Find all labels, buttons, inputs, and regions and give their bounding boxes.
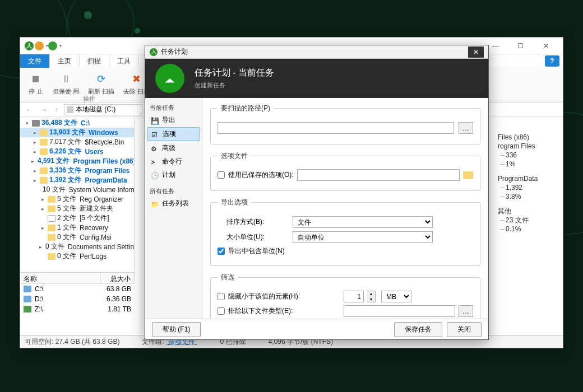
- drive-row[interactable]: C:\63.8 GB: [20, 284, 135, 294]
- address-bar[interactable]: 本地磁盘 (C:): [64, 104, 142, 115]
- tab-scan[interactable]: 扫描: [80, 54, 109, 68]
- saved-options-input: [297, 169, 460, 181]
- use-saved-options-checkbox[interactable]: [218, 171, 225, 179]
- status-space: 可用空间: 27.4 GB (共 63.8 GB): [25, 337, 119, 347]
- tab-file[interactable]: 文件: [20, 54, 50, 68]
- dialog-titlebar: 人 任务计划 ✕: [145, 45, 488, 59]
- close-button[interactable]: ✕: [533, 38, 558, 54]
- tab-tools[interactable]: 工具: [109, 54, 139, 68]
- tree-row[interactable]: 0 文件Config.Msi: [20, 232, 134, 242]
- fieldset-option-file: 选项文件 使用已保存的选项(O):: [210, 151, 480, 191]
- tree-row[interactable]: ▸1 文件Recovery: [20, 223, 134, 232]
- browse-path-button[interactable]: …: [459, 122, 473, 134]
- sidebar-item[interactable]: ☑选项: [147, 127, 200, 141]
- tree-row[interactable]: ▾36,488 文件C:\: [20, 118, 134, 128]
- nav-fwd[interactable]: →: [38, 106, 49, 114]
- dialog-icon: 人: [150, 48, 158, 56]
- tree-row[interactable]: ▸4,591 文件Program Files (x86): [20, 156, 134, 166]
- unit-select[interactable]: 自动单位: [293, 231, 433, 243]
- exclude-browse-button[interactable]: …: [459, 305, 473, 317]
- tree-row[interactable]: ▸13,903 文件Windows: [20, 128, 134, 137]
- tree-row[interactable]: ▸6,226 文件Users: [20, 147, 134, 156]
- col-name[interactable]: 名称: [20, 273, 101, 283]
- include-unit-checkbox[interactable]: [218, 248, 225, 255]
- tree-row[interactable]: 0 文件PerfLogs: [20, 251, 134, 261]
- save-task-button[interactable]: 保存任务: [394, 322, 442, 337]
- tab-home[interactable]: 主页: [50, 54, 80, 68]
- tree-row[interactable]: ▸7,017 文件$Recycle.Bin: [20, 137, 134, 147]
- help-button[interactable]: ?: [545, 55, 559, 67]
- dialog-footer: 帮助 (F1) 保存任务 关闭: [145, 319, 488, 340]
- fieldset-export: 导出选项 排序方式(B): 文件 大小单位(U): 自动单位 导出中包含单位(N…: [210, 198, 480, 266]
- tool-stop[interactable]: ⏹停 止: [24, 70, 48, 96]
- scan-path-input[interactable]: [218, 122, 454, 134]
- app-icon: 人: [25, 41, 34, 50]
- treemap-legend: Files (x86)rogram Files3361%ProgramData1…: [498, 133, 559, 234]
- dialog-close-button[interactable]: ✕: [468, 46, 484, 58]
- drive-icon: [67, 106, 73, 113]
- nav-up[interactable]: ↑: [53, 106, 61, 114]
- sidebar-item[interactable]: ⚙高级: [147, 142, 200, 155]
- titlebar-icon-2[interactable]: [35, 41, 44, 50]
- spin-down[interactable]: ▼: [367, 297, 375, 302]
- nav-back[interactable]: ←: [24, 106, 35, 114]
- hide-unit-select[interactable]: MB: [381, 291, 411, 302]
- hide-smaller-checkbox[interactable]: [218, 293, 225, 300]
- app-logo: [155, 64, 184, 93]
- dialog-sidebar: 当前任务 💾导出☑选项⚙高级>命令行🕒计划 所有任务 📁任务列表: [145, 98, 202, 319]
- folder-tree[interactable]: ▾36,488 文件C:\▸13,903 文件Windows▸7,017 文件$…: [20, 117, 135, 296]
- create-new-task-link[interactable]: 创建新任务: [195, 82, 225, 88]
- dialog-header-title: 任务计划 - 当前任务: [195, 67, 274, 79]
- tree-row[interactable]: ▸1,392 文件ProgramData: [20, 175, 134, 185]
- drive-list: 名称 总大小 C:\63.8 GBD:\6.36 GBZ:\1.81 TB: [20, 272, 135, 328]
- sort-select[interactable]: 文件: [293, 216, 433, 228]
- sidebar-item[interactable]: 🕒计划: [147, 169, 200, 181]
- fieldset-scan-path: 要扫描的路径(P) …: [210, 104, 480, 144]
- tree-row[interactable]: ▸0 文件Documents and Settings: [20, 242, 134, 251]
- drive-row[interactable]: D:\6.36 GB: [20, 294, 135, 304]
- tree-row[interactable]: 10 文件System Volume Information: [20, 185, 134, 194]
- toolbar-group-label: 操作: [83, 95, 95, 103]
- dialog-header: 任务计划 - 当前任务 创建新任务: [145, 59, 488, 98]
- titlebar-icon-3[interactable]: [48, 41, 57, 50]
- tool-guarantee[interactable]: ⏸担保使 用: [48, 70, 84, 96]
- browse-options-button[interactable]: [463, 171, 473, 179]
- spin-up[interactable]: ▲: [367, 291, 375, 297]
- sidebar-item[interactable]: >命令行: [147, 155, 200, 168]
- sidebar-item[interactable]: 📁任务列表: [147, 197, 200, 210]
- col-size[interactable]: 总大小: [101, 273, 135, 283]
- help-button[interactable]: 帮助 (F1): [152, 322, 201, 337]
- exclude-types-checkbox[interactable]: [218, 307, 225, 315]
- tree-row[interactable]: ▸3,336 文件Program Files: [20, 166, 134, 175]
- sidebar-item[interactable]: 💾导出: [147, 114, 200, 127]
- fieldset-filter: 筛选 隐藏小于该值的元素(H): ▲▼ MB 排除以下文件类型(E): … 只包: [210, 273, 480, 319]
- drive-row[interactable]: Z:\1.81 TB: [20, 304, 135, 314]
- maximize-button[interactable]: ☐: [508, 38, 533, 54]
- tree-row[interactable]: 2 文件[5 个文件]: [20, 213, 134, 223]
- dialog-title: 任务计划: [161, 47, 188, 57]
- dialog-main: 要扫描的路径(P) … 选项文件 使用已保存的选项(O): 导出选项 排序: [202, 98, 488, 319]
- tree-row[interactable]: ▸5 文件新建文件夹: [20, 204, 134, 213]
- tree-row[interactable]: ▸5 文件Reg Organizer: [20, 194, 134, 204]
- hide-value-input[interactable]: [344, 291, 364, 302]
- close-dialog-button[interactable]: 关闭: [447, 322, 482, 337]
- tool-refresh[interactable]: ⟳刷新 扫描: [84, 70, 119, 96]
- task-dialog: 人 任务计划 ✕ 任务计划 - 当前任务 创建新任务 当前任务 💾导出☑选项⚙高…: [145, 45, 489, 340]
- exclude-types-input[interactable]: [344, 305, 455, 317]
